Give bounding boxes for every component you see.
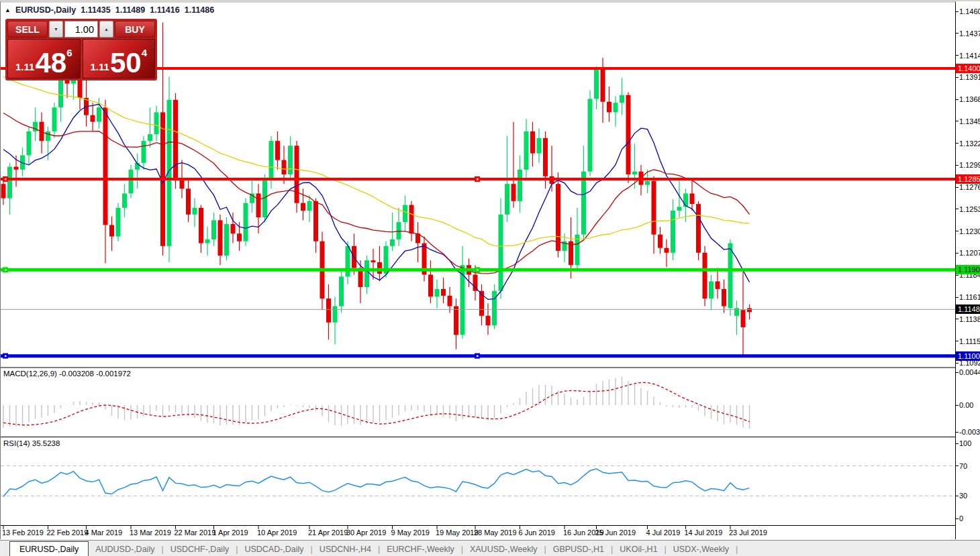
candle [364, 260, 369, 287]
candle [594, 69, 599, 99]
candle [505, 184, 509, 215]
time-label: 22 Mar 2019 [175, 529, 216, 537]
candle [288, 146, 293, 174]
tab-eurchf-weekly[interactable]: EURCHF-,Weekly [380, 542, 460, 556]
sell-price-small: 1.11 [15, 61, 34, 72]
tab-xauusd-weekly[interactable]: XAUUSD-,Weekly [463, 542, 544, 556]
candle [518, 170, 522, 201]
price-axis-label: 1.12305 [959, 227, 980, 235]
candle [632, 172, 637, 174]
rsi-axis-label: 0 [959, 514, 963, 522]
price-axis-label-tick [956, 77, 959, 78]
candle [46, 131, 50, 141]
hline-handle-dot [477, 178, 479, 180]
price-axis[interactable]: 1.146051.143751.141451.139151.136851.134… [956, 1, 980, 539]
price-axis-label: 1.11615 [959, 293, 980, 301]
price-axis-label: 1.13455 [959, 117, 980, 125]
time-label: 30 Apr 2019 [346, 529, 386, 537]
hline-handle-dot [5, 178, 7, 180]
candle [269, 141, 274, 179]
ohlc-close: 1.11486 [185, 5, 215, 15]
candle [205, 239, 210, 243]
candle [390, 239, 395, 246]
symbol-arrow-icon: ▲ [5, 7, 11, 13]
candle [7, 167, 12, 199]
tab-gbpusd-h1[interactable]: GBPUSD-,H1 [546, 542, 611, 556]
candle [499, 215, 503, 291]
candle [244, 203, 248, 241]
price-axis-label: 1.12535 [959, 205, 980, 213]
time-label: 19 May 2019 [436, 529, 479, 537]
candle [658, 235, 663, 248]
price-axis-label-tick [956, 33, 959, 34]
ohlc-high: 1.11489 [115, 5, 146, 15]
candle [581, 172, 586, 235]
time-label: 9 May 2019 [391, 529, 430, 537]
candle [722, 289, 726, 307]
macd-title: MACD(12,26,9) -0.003208 -0.001972 [3, 370, 131, 378]
rsi-axis-label-tick [956, 443, 959, 444]
candle [530, 131, 535, 154]
volume-decrease-button[interactable]: ▼ [49, 21, 63, 38]
tab-usdcnh-h4[interactable]: USDCNH-,H4 [313, 542, 378, 556]
sell-price-box[interactable]: 1.11 48 6 [7, 39, 81, 78]
time-label: 14 Jul 2019 [685, 529, 723, 537]
candle [1, 184, 6, 198]
tab-eurusd-daily[interactable]: EURUSD-,Daily [9, 541, 89, 556]
candle [313, 201, 318, 241]
time-label: 1 Apr 2019 [213, 529, 248, 537]
candle [511, 184, 516, 201]
time-label: 10 Apr 2019 [257, 529, 297, 537]
buy-price-box[interactable]: 1.11 50 4 [83, 39, 156, 78]
tab-usdx-weekly[interactable]: USDX-,Weekly [667, 542, 736, 556]
candle [154, 112, 159, 134]
volume-input[interactable] [64, 21, 98, 38]
macd-axis-label: 0.004465 [959, 368, 980, 376]
chevron-down-icon: ▼ [54, 27, 58, 32]
candle [295, 146, 299, 203]
candle [52, 107, 57, 131]
candle [173, 100, 178, 179]
macd-axis-label: -0.003715 [959, 428, 980, 436]
candle [282, 160, 287, 174]
tab-ukoil-h1[interactable]: UKOil-,H1 [613, 542, 664, 556]
tab-usdchf-daily[interactable]: USDCHF-,Daily [164, 542, 236, 556]
candle [588, 99, 593, 171]
price-axis-label-tick [956, 187, 959, 188]
candle [741, 310, 746, 327]
one-click-trading-widget: SELL ▼ ▲ BUY 1.11 48 6 1.11 50 4 [5, 19, 157, 80]
symbol-info-line: ▲ EURUSD-,Daily 1.11435 1.11489 1.11416 … [5, 5, 214, 15]
rsi-axis-label-tick [956, 518, 959, 519]
price-mark-1.11000: 1.11000 [956, 351, 980, 361]
price-axis-label: 1.14375 [959, 30, 980, 38]
tab-separator: | [736, 545, 738, 554]
candle [543, 138, 548, 176]
price-axis-label: 1.13685 [959, 95, 980, 103]
price-chart[interactable]: 13 Feb 201922 Feb 20194 Mar 201913 Mar 2… [0, 1, 956, 539]
candle [486, 316, 491, 325]
chart-tab-bar: EURUSD-,DailyAUDUSD-,Daily|USDCHF-,Daily… [0, 540, 980, 556]
candle [116, 208, 121, 237]
candle [377, 262, 382, 274]
candle [231, 224, 236, 233]
candle [716, 282, 720, 289]
candle [671, 211, 675, 253]
candle [601, 69, 605, 101]
rsi-axis-label: 100 [959, 439, 971, 447]
price-mark-1.14009: 1.14009 [956, 64, 980, 73]
tab-usdcad-daily[interactable]: USDCAD-,Daily [238, 542, 310, 556]
buy-button[interactable]: BUY [115, 21, 155, 38]
volume-increase-button[interactable]: ▲ [99, 21, 113, 38]
price-axis-label: 1.12075 [959, 249, 980, 257]
candle [537, 138, 542, 154]
hline-handle-dot [5, 269, 7, 271]
candle [728, 243, 733, 309]
candle [333, 307, 338, 323]
candle [14, 167, 19, 170]
sell-button[interactable]: SELL [7, 21, 48, 38]
macd-axis-label: 0.00 [959, 401, 973, 409]
tab-audusd-daily[interactable]: AUDUSD-,Daily [89, 542, 161, 556]
price-axis-label-tick [956, 253, 959, 254]
price-axis-label-tick [956, 209, 959, 209]
candle [237, 233, 242, 241]
